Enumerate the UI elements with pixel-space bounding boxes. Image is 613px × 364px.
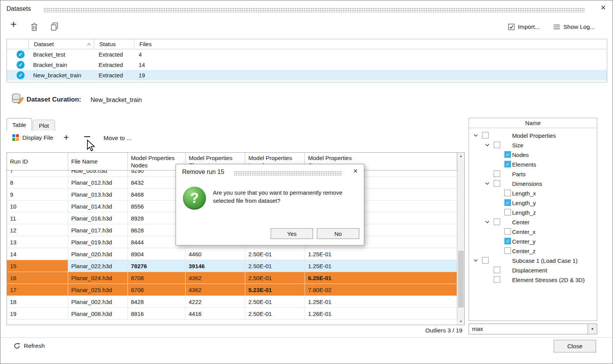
checkbox-unchecked[interactable] xyxy=(494,219,500,225)
checkbox-checked[interactable]: ✓ xyxy=(504,199,511,206)
run-id-cell: 9 xyxy=(7,189,68,200)
tree-item-label: Center xyxy=(512,219,529,225)
run-table-column-header[interactable]: File Name xyxy=(68,153,128,170)
center-cell: 1.25E-01 xyxy=(305,248,457,260)
dataset-check-icon: ✓ xyxy=(17,71,25,79)
tree-item-nodes[interactable]: ✓Nodes xyxy=(469,150,597,160)
tree-item-dimensions[interactable]: Dimensions xyxy=(469,179,597,189)
chevron-down-icon[interactable] xyxy=(474,134,478,137)
status-column-header[interactable]: Status xyxy=(94,39,134,49)
tree-item-label: Center_z xyxy=(512,248,536,254)
dialog-message: Are you sure that you want to permanentl… xyxy=(213,189,342,205)
checkbox-checked[interactable]: ✓ xyxy=(504,238,511,244)
dataset-name-cell: Bracket_train xyxy=(28,62,94,68)
tree-item-element-stresses-2d-3d[interactable]: Element Stresses (2D & 3D) xyxy=(469,275,597,285)
tree-item-length-z[interactable]: Length_z xyxy=(469,208,597,217)
tree-item-model-properties[interactable]: Model Properties xyxy=(469,131,597,140)
add-dataset-button[interactable]: + xyxy=(10,19,17,30)
checkbox-unchecked[interactable] xyxy=(494,267,500,273)
dialog-message-line2: selected file from dataset? xyxy=(213,197,342,205)
tree-body: Model PropertiesSize✓Nodes✓ElementsParts… xyxy=(469,128,597,321)
tree-item-length-y[interactable]: ✓Length_y xyxy=(469,198,597,208)
tree-item-length-x[interactable]: Length_x xyxy=(469,189,597,198)
checkbox-checked[interactable]: ✓ xyxy=(504,161,511,167)
close-button[interactable]: Close xyxy=(554,340,596,352)
tree-item-size[interactable]: Size xyxy=(469,140,597,150)
run-table-row[interactable]: 17Planar_025.h3d870843625.23E-017.80E-02 xyxy=(7,284,457,296)
add-run-button[interactable]: + xyxy=(64,133,69,142)
dialog-drag-pattern[interactable] xyxy=(234,171,342,175)
chevron-down-icon[interactable] xyxy=(485,144,489,147)
aggregate-value: max xyxy=(472,326,483,332)
delete-dataset-button[interactable] xyxy=(30,22,38,32)
tree-item-label: Size xyxy=(512,142,523,149)
no-button[interactable]: No xyxy=(317,228,359,239)
tree-item-center[interactable]: Center xyxy=(469,217,597,227)
tree-item-elements[interactable]: ✓Elements xyxy=(469,160,597,169)
scrollbar-thumb[interactable] xyxy=(458,251,464,308)
run-table-row[interactable]: 19Planar_008.h3d881644162.50E-011.26E-01 xyxy=(7,308,457,320)
run-table-column-header[interactable]: Run ID xyxy=(7,153,68,170)
run-table-row[interactable]: 15Planar_022.h3d78276391462.50E-011.25E-… xyxy=(7,260,457,272)
nodes-cell: 8708 xyxy=(128,284,186,296)
tree-item-parts[interactable]: Parts xyxy=(469,169,597,179)
trash-icon xyxy=(30,22,38,31)
copy-dataset-button[interactable] xyxy=(50,22,59,32)
display-file-button[interactable]: Display File xyxy=(12,134,53,141)
dataset-row[interactable]: ✓Bracket_testExtracted4 xyxy=(7,49,607,60)
chevron-down-icon[interactable] xyxy=(485,182,489,185)
checkbox-unchecked[interactable] xyxy=(494,142,500,148)
dialog-close-icon[interactable]: × xyxy=(353,167,358,175)
no-button-label: No xyxy=(334,230,342,237)
dataset-row[interactable]: ✓Bracket_trainExtracted14 xyxy=(7,60,607,70)
run-table-row[interactable]: 16Planar_024.h3d870843622.50E-016.25E-01 xyxy=(7,272,457,284)
run-table-row[interactable]: 18Planar_002.h3d842842222.50E-011.25E-01 xyxy=(7,296,457,308)
dataset-files-cell: 19 xyxy=(134,72,607,78)
tree-item-center-y[interactable]: ✓Center_y xyxy=(469,237,597,246)
checkbox-unchecked[interactable] xyxy=(504,228,511,235)
dataset-files-cell: 14 xyxy=(134,62,607,68)
show-log-button[interactable]: Show Log... xyxy=(553,23,595,30)
tree-item-displacement[interactable]: Displacement xyxy=(469,265,597,275)
remove-run-button[interactable]: − xyxy=(84,130,91,143)
tree-item-center-z[interactable]: Center_z xyxy=(469,246,597,256)
nodes-cell: 78276 xyxy=(128,260,186,272)
files-column-header[interactable]: Files xyxy=(134,39,607,49)
move-to-button[interactable]: Move to ... xyxy=(104,135,131,142)
dialog-message-line1: Are you sure that you want to permanentl… xyxy=(213,189,342,197)
checkbox-unchecked[interactable] xyxy=(494,170,500,177)
file-name-cell: Planar_024.h3d xyxy=(68,272,128,284)
run-table-row[interactable]: 14Planar_020.h3d890444602.50E-011.25E-01 xyxy=(7,248,457,260)
aggregate-combobox[interactable]: max ▼ xyxy=(469,324,597,334)
tab-plot[interactable]: Plot xyxy=(33,120,55,131)
checkbox-unchecked[interactable] xyxy=(482,132,489,139)
combo-dropdown-icon[interactable]: ▼ xyxy=(588,324,597,334)
tree-item-subcase-1-load-case-1[interactable]: Subcase 1 (Load Case 1) xyxy=(469,256,597,265)
tab-table[interactable]: Table xyxy=(7,118,32,131)
tree-item-center-x[interactable]: Center_x xyxy=(469,227,597,237)
refresh-button[interactable]: Refresh xyxy=(13,342,45,349)
dataset-column-header[interactable]: Dataset xyxy=(28,39,94,49)
chevron-down-icon[interactable] xyxy=(474,259,478,262)
checkbox-unchecked[interactable] xyxy=(482,257,489,264)
checkbox-unchecked[interactable] xyxy=(504,209,511,215)
checkbox-unchecked[interactable] xyxy=(504,190,511,196)
nodes-cell: 8904 xyxy=(128,248,186,260)
run-id-cell: 8 xyxy=(7,177,68,188)
titlebar-drag-pattern[interactable] xyxy=(44,8,585,12)
scroll-down-icon[interactable]: ▼ xyxy=(457,318,464,325)
checkbox-unchecked[interactable] xyxy=(504,247,511,254)
run-id-cell: 13 xyxy=(7,236,68,248)
scroll-up-icon[interactable]: ▲ xyxy=(457,153,464,159)
elements-cell: 4362 xyxy=(186,284,245,296)
dataset-row[interactable]: ✓New_bracket_trainExtracted19 xyxy=(7,70,607,80)
yes-button[interactable]: Yes xyxy=(271,228,313,239)
checkbox-unchecked[interactable] xyxy=(494,180,500,187)
import-button[interactable]: Import... xyxy=(508,23,540,30)
checkbox-unchecked[interactable] xyxy=(494,276,500,283)
close-button-label: Close xyxy=(567,343,583,350)
chevron-down-icon[interactable] xyxy=(485,220,489,224)
checkbox-checked[interactable]: ✓ xyxy=(504,151,511,158)
window-close-icon[interactable]: × xyxy=(601,3,606,12)
run-table-scrollbar[interactable]: ▲ ▼ xyxy=(457,153,464,325)
